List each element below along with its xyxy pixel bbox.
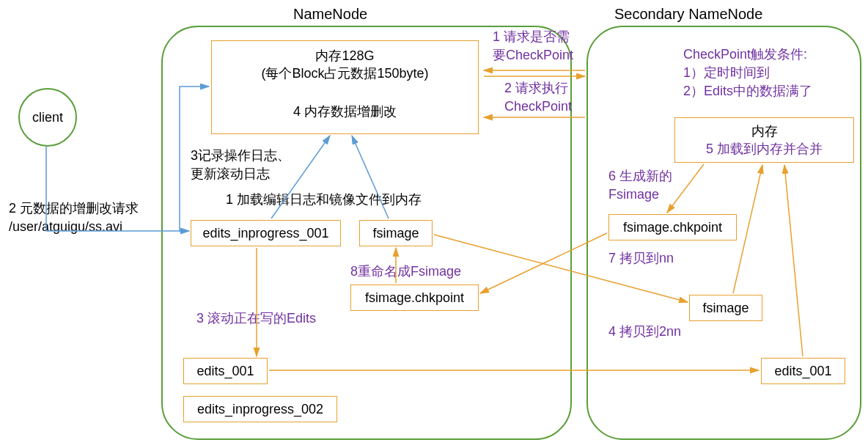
exec-checkpoint-2: CheckPoint	[504, 98, 572, 116]
gen-fsimage-2: Fsimage	[608, 186, 672, 204]
client-circle: client	[18, 88, 77, 147]
fsimage-box: fsimage	[359, 220, 433, 246]
fsimage-chkpoint-box: fsimage.chkpoint	[350, 284, 479, 311]
meta-request-2: /user/atguigu/ss.avi	[9, 218, 139, 236]
copy-nn-label: 7 拷贝到nn	[608, 249, 674, 268]
sec-memory-1: 内存	[680, 122, 849, 140]
client-label: client	[32, 110, 63, 125]
edits-inprogress-002-box: edits_inprogress_002	[183, 396, 337, 422]
log-update-2: 更新滚动日志	[191, 165, 290, 183]
exec-checkpoint-1: 2 请求执行	[504, 79, 572, 98]
req-checkpoint-1: 1 请求是否需	[493, 28, 573, 46]
log-update-1: 3记录操作日志、	[191, 147, 290, 165]
memory-line3: 4 内存数据增删改	[216, 103, 474, 120]
secondary-title: Secondary NameNode	[614, 6, 762, 23]
trigger-label: CheckPoint触发条件: 1）定时时间到 2）Edits中的数据满了	[683, 45, 812, 101]
trigger-title: CheckPoint触发条件:	[683, 45, 812, 64]
req-checkpoint-2: 要CheckPoint	[493, 46, 573, 65]
sec-memory-box: 内存 5 加载到内存并合并	[674, 117, 854, 163]
namenode-title: NameNode	[293, 6, 367, 23]
edits-inprogress-001-box: edits_inprogress_001	[191, 220, 341, 246]
load-edits-label: 1 加载编辑日志和镜像文件到内存	[226, 191, 422, 209]
req-checkpoint-label: 1 请求是否需 要CheckPoint	[493, 28, 573, 65]
sec-fsimage-chkpoint-box: fsimage.chkpoint	[608, 214, 737, 240]
trigger-2: 2）Edits中的数据满了	[683, 82, 812, 100]
memory-line1: 内存128G	[216, 47, 474, 65]
edits-001-box: edits_001	[183, 358, 268, 384]
gen-fsimage-1: 6 生成新的	[608, 167, 672, 186]
trigger-1: 1）定时时间到	[683, 64, 812, 82]
rename-label: 8重命名成Fsimage	[350, 262, 461, 281]
sec-edits-001-box: edits_001	[761, 358, 845, 384]
memory-box: 内存128G (每个Block占元数据150byte) 4 内存数据增删改	[211, 40, 479, 134]
copy-2nn-label: 4 拷贝到2nn	[608, 323, 681, 341]
sec-fsimage-box: fsimage	[689, 295, 762, 321]
gen-fsimage-label: 6 生成新的 Fsimage	[608, 167, 672, 204]
exec-checkpoint-label: 2 请求执行 CheckPoint	[504, 79, 572, 116]
log-update-label: 3记录操作日志、 更新滚动日志	[191, 147, 290, 183]
memory-line2: (每个Block占元数据150byte)	[216, 65, 474, 82]
sec-memory-2: 5 加载到内存并合并	[680, 140, 849, 158]
meta-request-label: 2 元数据的增删改请求 /user/atguigu/ss.avi	[9, 199, 139, 236]
meta-request-1: 2 元数据的增删改请求	[9, 199, 139, 218]
roll-edits-label: 3 滚动正在写的Edits	[196, 309, 316, 328]
